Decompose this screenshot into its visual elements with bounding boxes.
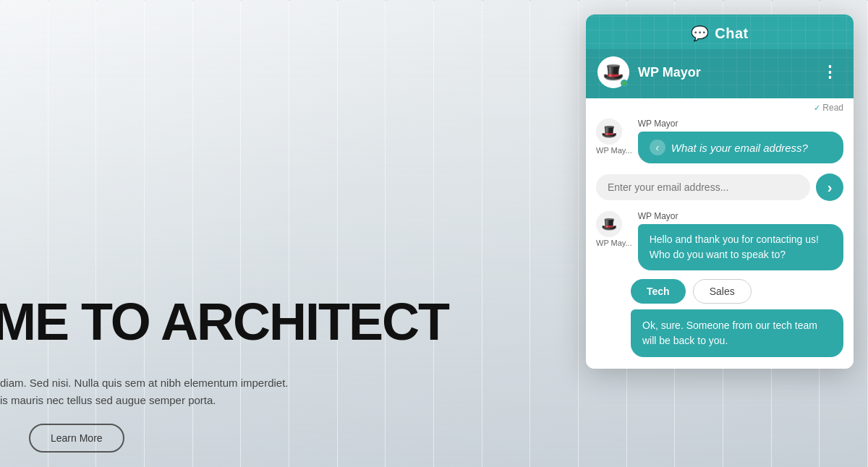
sender-name-2: WP Mayor [638, 211, 843, 221]
chat-widget: 💬 Chat 🎩 WP Mayor ⋮ ✓ Read 🎩 WP May... [586, 14, 854, 369]
agent-label-2: WP May... [596, 239, 632, 247]
hero-subtext: diam. Sed nisi. Nulla quis sem at nibh e… [0, 374, 289, 409]
send-arrow-icon: › [827, 179, 833, 196]
agent-avatar-small-1: 🎩 [596, 119, 622, 145]
check-icon: ✓ [814, 103, 820, 112]
message-content-2: WP Mayor Hello and thank you for contact… [638, 211, 843, 270]
agent-avatar-icon: 🎩 [603, 62, 624, 82]
chat-title-bar: 💬 Chat [586, 14, 854, 49]
chat-header: 💬 Chat 🎩 WP Mayor ⋮ [586, 14, 854, 98]
read-label: Read [822, 103, 843, 113]
email-question-text: What is your email address? [671, 142, 808, 154]
hello-bubble: Hello and thank you for contacting us! W… [638, 224, 843, 270]
email-send-button[interactable]: › [816, 173, 843, 201]
agent-menu-button[interactable]: ⋮ [819, 60, 842, 85]
email-question-bubble: ‹ What is your email address? [638, 132, 843, 163]
chat-body: ✓ Read 🎩 WP May... WP Mayor ‹ What is yo… [586, 98, 854, 369]
agent-name: WP Mayor [638, 65, 810, 80]
email-input-row: › [586, 168, 854, 207]
tech-response-bubble: Ok, sure. Someone from our tech team wil… [631, 309, 843, 357]
choice-row: Tech Sales [586, 275, 854, 307]
agent-avatar-small-2: 🎩 [596, 211, 622, 237]
sales-choice-button[interactable]: Sales [693, 279, 752, 304]
chat-agent-bar: 🎩 WP Mayor ⋮ [586, 49, 854, 98]
read-indicator: ✓ Read [586, 98, 854, 114]
online-status-dot [621, 80, 628, 87]
chat-bubble-icon: 💬 [691, 25, 709, 42]
tech-choice-button[interactable]: Tech [631, 279, 686, 304]
learn-more-button[interactable]: Learn More [29, 424, 124, 453]
agent-label-1: WP May... [596, 146, 632, 155]
back-arrow-icon: ‹ [650, 140, 665, 155]
message-group-hello: 🎩 WP May... WP Mayor Hello and thank you… [586, 207, 854, 275]
message-group-email: 🎩 WP May... WP Mayor ‹ What is your emai… [586, 114, 854, 168]
message-content-1: WP Mayor ‹ What is your email address? [638, 119, 843, 163]
chat-title: Chat [715, 25, 748, 42]
avatar: 🎩 [597, 56, 629, 88]
sender-name-1: WP Mayor [638, 119, 843, 129]
hero-heading: ME TO ARCHITECT [0, 292, 448, 351]
email-input[interactable] [596, 174, 810, 200]
